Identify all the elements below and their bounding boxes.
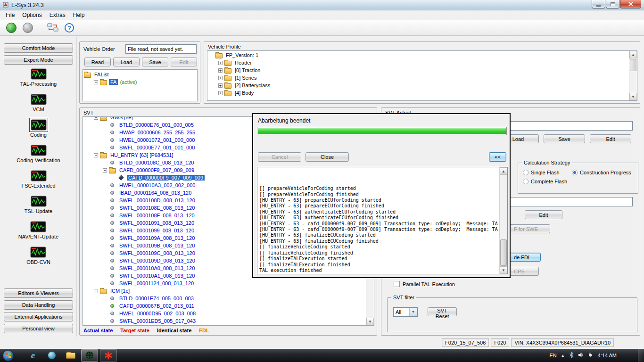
- vehicle-order-button[interactable]: Read: [84, 58, 111, 66]
- sidebar-bottom-button[interactable]: Personal view: [4, 324, 73, 333]
- svt-filter-dropdown[interactable]: All ▼: [393, 307, 418, 317]
- tree-item-icon: [110, 259, 114, 263]
- vehicle-profile-scrollbar[interactable]: ▲ ▼: [629, 51, 637, 100]
- collapse-log-button[interactable]: <<: [489, 152, 506, 162]
- waveform-icon: [30, 93, 48, 106]
- connect-button[interactable]: [46, 21, 59, 34]
- tree-row[interactable]: HWEL_00000D95_002_003_008: [84, 310, 365, 317]
- tree-row[interactable]: + Header: [208, 59, 628, 66]
- expander-icon[interactable]: +: [94, 80, 98, 84]
- vehicle-profile-label: Vehicle Profile: [208, 44, 241, 49]
- sidebar-mode-button[interactable]: Expert Mode: [4, 55, 73, 65]
- back-button[interactable]: ←: [5, 21, 18, 34]
- sidebar-mode-item[interactable]: OBD-CVN: [26, 246, 50, 271]
- expander-icon[interactable]: −: [103, 168, 107, 173]
- scroll-up-icon[interactable]: ▲: [500, 167, 507, 175]
- sidebar-bottom-button[interactable]: Editors & Viewers: [4, 288, 73, 298]
- launcher-taskbar-icon[interactable]: [100, 349, 117, 362]
- scroll-up-icon[interactable]: ▲: [629, 51, 637, 58]
- close-button[interactable]: [620, 0, 641, 8]
- scroll-down-icon[interactable]: ▼: [500, 266, 507, 274]
- bluetooth-icon[interactable]: [569, 352, 574, 359]
- check-cps-button[interactable]: CPS: [510, 267, 539, 276]
- tree-row[interactable]: SWFL_00001124_008_013_120: [84, 280, 365, 287]
- maximize-button[interactable]: [606, 0, 619, 8]
- tree-row[interactable]: + [2] Batteryclass: [208, 82, 628, 89]
- show-desktop-button[interactable]: [638, 349, 644, 362]
- log-scrollbar[interactable]: ▲ ▼: [499, 167, 507, 274]
- sidebar-mode-item[interactable]: Coding-Verification: [17, 144, 60, 169]
- tree-item-icon: [110, 236, 114, 240]
- expander-icon[interactable]: −: [94, 117, 98, 120]
- dialog-button[interactable]: Close: [305, 152, 349, 162]
- tree-row[interactable]: − ICM [1c]: [84, 287, 365, 295]
- help-button[interactable]: ?: [63, 21, 76, 34]
- sidebar-mode-item[interactable]: Coding: [30, 118, 48, 144]
- sidebar-mode-label: TAL-Processing: [20, 81, 57, 87]
- media-taskbar-icon[interactable]: [43, 349, 60, 362]
- svt-reset-button[interactable]: SVT Reset: [428, 307, 457, 316]
- svt-actual-button[interactable]: Save: [544, 134, 585, 143]
- sidebar-mode-item[interactable]: FSC-Extended: [21, 169, 55, 195]
- sidebar-mode-item[interactable]: VCM: [30, 93, 48, 118]
- expander-icon[interactable]: −: [94, 153, 98, 157]
- code-fdl-button[interactable]: de FDL: [510, 253, 541, 262]
- menu-item[interactable]: Help: [69, 11, 89, 19]
- scroll-thumb[interactable]: [500, 239, 507, 266]
- sidebar-mode-button[interactable]: Comfort Mode: [4, 43, 73, 53]
- chevron-down-icon[interactable]: ▼: [409, 308, 417, 316]
- sidebar-mode-item[interactable]: TAL-Processing: [20, 67, 57, 93]
- expander-icon[interactable]: +: [218, 61, 223, 65]
- tree-row[interactable]: + FA (active): [84, 78, 196, 86]
- tree-row[interactable]: CAFD_0000067B_002_013_011: [84, 302, 365, 310]
- tree-row[interactable]: + [4] Body: [208, 89, 628, 97]
- calculation-strategy-radio[interactable]: Complete Flash: [523, 179, 572, 184]
- vehicle-order-button[interactable]: Load: [113, 58, 140, 66]
- power-plug-icon[interactable]: [588, 352, 594, 359]
- menu-item[interactable]: Options: [18, 11, 45, 19]
- caf-for-swe-button[interactable]: F for SWE: [510, 224, 550, 233]
- sidebar-mode-item[interactable]: TSL-Update: [25, 195, 52, 220]
- tree-row[interactable]: SWFL_00001ED5_005_017_043: [84, 317, 365, 325]
- volume-icon[interactable]: [578, 352, 584, 359]
- forward-button[interactable]: →: [21, 21, 34, 34]
- calculation-strategy-radio[interactable]: Construction Progress: [572, 170, 635, 175]
- language-indicator[interactable]: EN: [549, 353, 556, 358]
- tree-row[interactable]: + [0] Traction: [208, 66, 628, 74]
- taskbar-icons: e: [25, 349, 117, 362]
- minimize-button[interactable]: [592, 0, 605, 8]
- dialog-button[interactable]: Cancel: [258, 152, 301, 162]
- sidebar-bottom-button[interactable]: Data Handling: [4, 300, 73, 310]
- expander-icon[interactable]: +: [218, 91, 223, 95]
- scroll-down-icon[interactable]: ▼: [629, 93, 637, 100]
- tree-row[interactable]: + [1] Series: [208, 74, 628, 82]
- esys-taskbar-icon[interactable]: [81, 349, 98, 362]
- start-button[interactable]: [2, 349, 14, 362]
- parallel-tal-checkbox[interactable]: Parallel TAL-Execution: [394, 281, 455, 287]
- scroll-down-icon[interactable]: ▼: [366, 318, 374, 325]
- clock[interactable]: 4:14 AM: [598, 353, 617, 358]
- menu-item[interactable]: File: [2, 11, 18, 19]
- expander-icon[interactable]: +: [218, 76, 223, 80]
- svt-target-edit-button[interactable]: Edit: [525, 210, 562, 219]
- sidebar-mode-item[interactable]: NAV/ENT-Update: [18, 220, 58, 246]
- sidebar-bottom-button[interactable]: External Applications: [4, 312, 73, 321]
- vehicle-order-file-field[interactable]: [125, 44, 197, 54]
- tree-item-label: HWEL_000010A3_002_002_000: [118, 182, 197, 188]
- browser-taskbar-icon[interactable]: e: [25, 349, 41, 362]
- calculation-strategy-radio[interactable]: Single Flash: [523, 170, 572, 175]
- svt-actual-button[interactable]: Edit: [590, 134, 631, 143]
- menu-item[interactable]: Extras: [46, 11, 69, 19]
- tree-row[interactable]: BTLD_00001E74_005_000_003: [84, 295, 365, 302]
- scroll-thumb[interactable]: [630, 59, 636, 71]
- expander-icon[interactable]: +: [218, 68, 223, 73]
- tree-row[interactable]: FAList: [84, 71, 196, 78]
- expander-icon[interactable]: +: [218, 83, 223, 88]
- expander-icon[interactable]: −: [94, 289, 98, 293]
- vehicle-order-button[interactable]: Save: [142, 58, 168, 66]
- vehicle-order-button[interactable]: Edit: [171, 58, 197, 66]
- tree-row[interactable]: FP_Version: 1: [208, 51, 628, 59]
- explorer-taskbar-icon[interactable]: [62, 349, 79, 362]
- tree-item-icon: [118, 175, 124, 180]
- tray-expand-icon[interactable]: ▲: [561, 354, 565, 358]
